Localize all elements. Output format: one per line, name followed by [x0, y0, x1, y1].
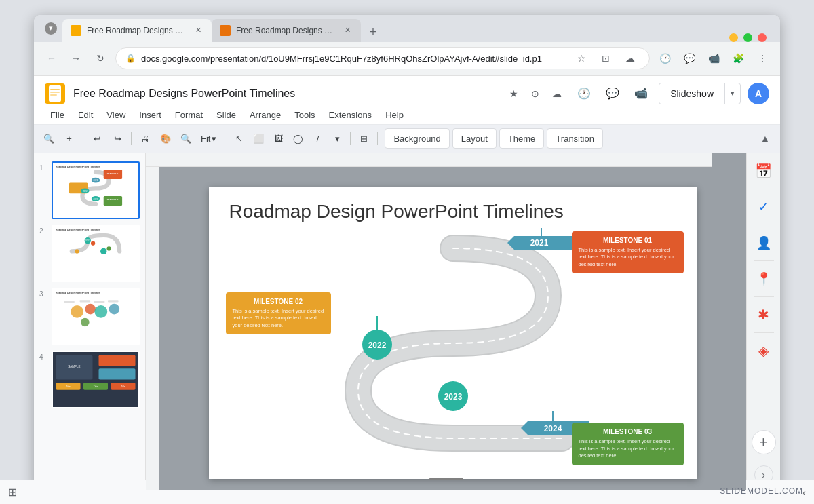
contacts-icon[interactable]: 👤 [752, 231, 776, 255]
menu-view[interactable]: View [101, 107, 131, 123]
address-bar: ← → ↻ 🔒 docs.google.com/presentation/d/1… [34, 42, 780, 76]
canvas-scrollbar[interactable] [429, 478, 463, 480]
slide-item-3[interactable]: 3 Roadmap Design PowerPoint Timelines [34, 285, 145, 348]
sep1 [83, 132, 83, 145]
more-tools[interactable]: ▾ [328, 128, 347, 149]
line-tool[interactable]: / [308, 128, 327, 149]
maps-icon[interactable]: 📍 [752, 267, 776, 291]
slide-item-2[interactable]: 2 Roadmap Design PowerPoint Timelines 20… [34, 222, 145, 285]
slide-canvas[interactable]: Roadmap Design PowerPoint Timelines 2021 [209, 187, 697, 479]
reload-button[interactable]: ↻ [91, 49, 110, 68]
calendar-icon[interactable]: 📅 [752, 159, 776, 183]
history-icon[interactable]: 🕐 [655, 49, 674, 68]
tab-scroll-arrow[interactable]: ▾ [45, 22, 57, 35]
menu-slide[interactable]: Slide [211, 107, 241, 123]
slide-thumb-4[interactable]: SAMPLE Title Title Title [52, 351, 140, 408]
back-button[interactable]: ← [42, 49, 61, 68]
slideshow-button[interactable]: Slideshow ▾ [659, 83, 741, 104]
address-input[interactable]: 🔒 docs.google.com/presentation/d/1oU9MFr… [115, 47, 650, 69]
slide-thumb-3[interactable]: Roadmap Design PowerPoint Timelines [52, 288, 140, 345]
chat-icon[interactable]: 💬 [680, 49, 699, 68]
menu-format[interactable]: Format [170, 107, 208, 123]
canvas-area[interactable]: Roadmap Design PowerPoint Timelines 2021 [146, 153, 746, 490]
thumb1-svg: MILESTONE 01 MILESTONE 02 MILESTONE 03 2… [56, 170, 136, 207]
comment-icon[interactable]: 💬 [602, 83, 623, 104]
window-close[interactable]: ✕ [758, 33, 767, 42]
svg-point-20 [91, 241, 95, 245]
select-tool[interactable]: ↖ [229, 128, 248, 149]
slide-item-4[interactable]: 4 SAMPLE Title Title [34, 348, 145, 411]
menu-icon[interactable]: ⋮ [753, 49, 772, 68]
ruler-vertical [146, 167, 159, 490]
thumb3-svg [56, 296, 136, 333]
cloud-save-icon[interactable]: ☁ [549, 85, 565, 102]
menu-edit[interactable]: Edit [73, 107, 98, 123]
history-header-icon[interactable]: 🕐 [573, 83, 595, 104]
zoom-label: Fit [201, 134, 210, 144]
svg-rect-32 [99, 355, 136, 366]
menu-help[interactable]: Help [380, 107, 409, 123]
layout-btn[interactable]: Layout [452, 128, 497, 149]
slide-item-1[interactable]: 1 Roadmap Design PowerPoint Timelines MI… [34, 159, 145, 222]
tasks-icon[interactable]: ✓ [752, 195, 776, 219]
tab-2-favicon [220, 25, 231, 36]
print-btn[interactable]: 🖨 [136, 128, 155, 149]
office-icon[interactable]: ◈ [752, 338, 776, 363]
image-tool[interactable]: 🖼 [269, 128, 288, 149]
svg-rect-30 [108, 300, 119, 302]
transition-btn[interactable]: Transition [547, 128, 603, 149]
svg-text:SAMPLE: SAMPLE [68, 364, 80, 368]
star-icon[interactable]: ★ [505, 85, 522, 102]
shape2-tool[interactable]: ◯ [288, 128, 307, 149]
asterisk-icon[interactable]: ✱ [752, 303, 776, 327]
slides-logo [45, 83, 65, 104]
video-icon[interactable]: 📹 [704, 49, 723, 68]
menu-arrange[interactable]: Arrange [244, 107, 286, 123]
window-maximize[interactable]: □ [743, 33, 752, 42]
drive-icon[interactable]: ⊙ [527, 85, 543, 102]
zoom-add-btn[interactable]: + [60, 128, 79, 149]
cloud-icon[interactable]: ☁ [621, 49, 640, 68]
tab-2[interactable]: Free Roadmap Designs PowerP... ✕ [212, 19, 361, 42]
menu-extensions[interactable]: Extensions [324, 107, 378, 123]
paint-btn[interactable]: 🎨 [156, 128, 175, 149]
menu-tools[interactable]: Tools [289, 107, 320, 123]
add-app-button[interactable]: + [752, 430, 776, 454]
zoom-btn2[interactable]: 🔍 [176, 128, 195, 149]
theme-btn[interactable]: Theme [499, 128, 544, 149]
svg-rect-4 [104, 170, 122, 179]
zoom-out-btn[interactable]: 🔍 [39, 128, 58, 149]
collapse-toolbar-btn[interactable]: ▲ [756, 129, 775, 148]
background-btn[interactable]: Background [385, 128, 449, 149]
toolbar: 🔍 + ↩ ↪ 🖨 🎨 🔍 Fit ▾ ↖ ⬜ 🖼 ◯ / ▾ ⊞ Backgr… [34, 125, 780, 153]
tab-1-close[interactable]: ✕ [193, 25, 204, 36]
tab-1[interactable]: Free Roadmap Designs PowerP... ✕ [62, 19, 212, 42]
extensions-icon[interactable]: 🧩 [729, 49, 748, 68]
undo-btn[interactable]: ↩ [88, 128, 106, 149]
redo-btn[interactable]: ↪ [108, 128, 127, 149]
slide-thumb-1[interactable]: Roadmap Design PowerPoint Timelines MILE… [52, 161, 140, 219]
sidebar-sep-3 [754, 260, 774, 261]
menu-insert[interactable]: Insert [134, 107, 167, 123]
forward-button[interactable]: → [66, 49, 85, 68]
browser-window: ▾ Free Roadmap Designs PowerP... ✕ Free … [34, 15, 780, 490]
slide-thumb-2[interactable]: Roadmap Design PowerPoint Timelines 2022 [52, 225, 140, 282]
meet-icon[interactable]: 📹 [630, 83, 652, 104]
tab-1-favicon [71, 25, 81, 36]
tab-2-close[interactable]: ✕ [342, 25, 353, 36]
account-button[interactable]: A [748, 83, 769, 104]
tab-1-title: Free Roadmap Designs PowerP... [87, 26, 187, 35]
bookmark-icon[interactable]: ☆ [572, 49, 591, 68]
menu-file[interactable]: File [45, 107, 70, 123]
slideshow-dropdown-arrow[interactable]: ▾ [725, 83, 740, 104]
new-tab-button[interactable]: + [364, 23, 383, 42]
window-minimize[interactable]: — [729, 33, 738, 42]
shape-tool[interactable]: ⬜ [249, 128, 268, 149]
address-text: docs.google.com/presentation/d/1oU9MFrrs… [141, 54, 566, 64]
svg-point-24 [94, 305, 107, 318]
table-tool[interactable]: ⊞ [354, 128, 373, 149]
screenshot-icon[interactable]: ⊡ [596, 49, 615, 68]
right-sidebar: 📅 ✓ 👤 📍 ✱ ◈ + › [746, 153, 780, 490]
zoom-dropdown[interactable]: Fit ▾ [197, 128, 220, 149]
svg-text:2022: 2022 [83, 189, 88, 192]
